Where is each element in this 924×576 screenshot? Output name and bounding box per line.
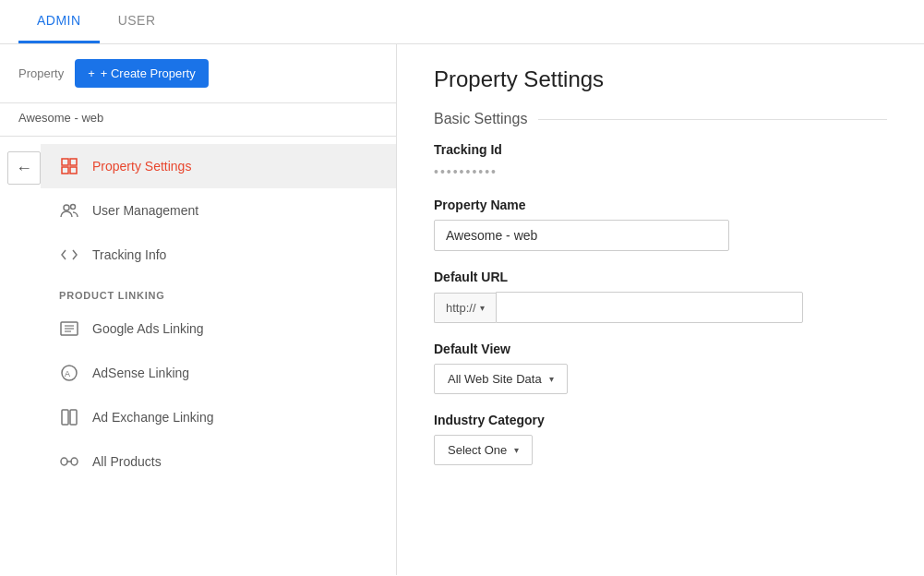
content-area: Property Settings Basic Settings Trackin… [397,44,924,575]
property-name-label: Property Name [434,198,887,212]
sidebar-item-google-ads[interactable]: Google Ads Linking [41,306,396,351]
default-url-field: Default URL http:// ▾ [434,270,887,323]
default-url-label: Default URL [434,270,887,284]
sidebar-item-tracking-info[interactable]: Tracking Info [41,233,396,277]
industry-category-label: Industry Category [434,413,887,427]
default-view-dropdown[interactable]: All Web Site Data ▾ [434,364,568,394]
grid-icon [59,156,79,176]
square-icon [59,407,79,427]
svg-rect-14 [61,458,67,465]
link-icon [59,451,79,472]
sidebar-item-ad-exchange[interactable]: Ad Exchange Linking [41,395,396,439]
svg-text:A: A [65,369,70,378]
chevron-down-icon: ▾ [514,445,519,455]
page-title: Property Settings [434,66,887,92]
sidebar-header: Property + + Create Property [0,44,396,103]
svg-rect-12 [62,410,68,425]
sidebar-item-adsense[interactable]: A AdSense Linking [41,351,396,395]
tracking-id-label: Tracking Id [434,142,887,157]
url-text-input[interactable] [496,292,803,323]
sidebar-item-label: Tracking Info [92,247,166,262]
list-icon [59,318,79,339]
plus-icon: + [88,66,95,80]
svg-point-4 [64,205,69,210]
svg-point-5 [71,205,76,210]
sidebar-item-property-settings[interactable]: Property Settings [41,144,396,188]
sidebar-item-label: Property Settings [92,159,191,174]
create-property-button[interactable]: + + Create Property [75,59,209,88]
code-icon [59,245,79,265]
account-name: Awesome - web [0,103,396,137]
tracking-id-field: Tracking Id •••••••••• [434,142,887,179]
sidebar-item-label: User Management [92,203,198,218]
svg-rect-1 [70,159,77,165]
property-name-input[interactable] [434,220,729,251]
basic-settings-heading: Basic Settings [434,111,887,127]
sidebar-item-label: Ad Exchange Linking [92,410,214,425]
svg-rect-13 [70,410,77,425]
default-view-field: Default View All Web Site Data ▾ [434,342,887,394]
adsense-icon: A [59,363,79,383]
default-view-value: All Web Site Data [448,372,542,386]
sidebar-item-label: AdSense Linking [92,366,189,380]
main-layout: Property + + Create Property Awesome - w… [0,44,924,575]
sidebar-item-label: Google Ads Linking [92,321,204,336]
back-section: ← Property Settings [0,137,396,491]
url-input-group: http:// ▾ [434,292,803,323]
people-icon [59,200,79,221]
sidebar-item-user-management[interactable]: User Management [41,188,396,233]
url-protocol-label: http:// [446,301,476,315]
sidebar-nav: Property Settings User Management [41,144,396,484]
sidebar-item-all-products[interactable]: All Products [41,439,396,484]
svg-rect-3 [70,167,77,174]
chevron-down-icon: ▾ [549,374,554,384]
svg-rect-15 [71,458,78,465]
default-view-label: Default View [434,342,887,356]
svg-rect-2 [62,167,68,174]
top-navigation: ADMIN USER [0,0,924,44]
sidebar-item-label: All Products [92,454,162,469]
url-protocol-button[interactable]: http:// ▾ [434,293,496,323]
industry-category-dropdown[interactable]: Select One ▾ [434,435,533,465]
property-label: Property [18,66,64,80]
industry-category-value: Select One [448,443,507,457]
property-name-field: Property Name [434,198,887,251]
chevron-down-icon: ▾ [480,303,485,313]
sidebar: Property + + Create Property Awesome - w… [0,44,397,575]
tracking-id-value: •••••••••• [434,164,887,179]
svg-rect-0 [62,159,68,165]
create-property-label: + Create Property [101,66,196,80]
back-button[interactable]: ← [7,151,41,185]
tab-user[interactable]: USER [100,0,174,43]
product-linking-label: PRODUCT LINKING [41,277,396,306]
tab-admin[interactable]: ADMIN [18,0,100,43]
industry-category-field: Industry Category Select One ▾ [434,413,887,465]
